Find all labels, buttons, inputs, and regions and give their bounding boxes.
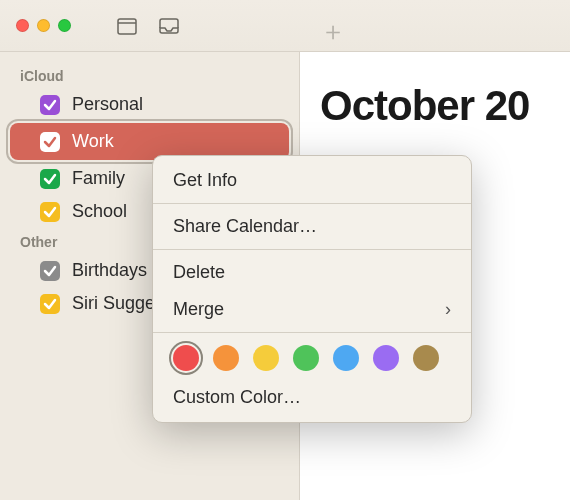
color-swatch[interactable]: [213, 345, 239, 371]
context-menu: Get Info Share Calendar… Delete Merge › …: [152, 155, 472, 423]
sidebar-item-label: Work: [72, 131, 114, 152]
sidebar-item-label: Personal: [72, 94, 143, 115]
calendar-view-button[interactable]: [109, 12, 145, 40]
add-event-button[interactable]: ＋: [320, 14, 346, 49]
titlebar: [0, 0, 570, 52]
sidebar-item-label: School: [72, 201, 127, 222]
menu-item-label: Delete: [173, 262, 225, 283]
close-window-button[interactable]: [16, 19, 29, 32]
menu-item-label: Merge: [173, 299, 224, 320]
color-swatch[interactable]: [293, 345, 319, 371]
menu-separator: [153, 249, 471, 250]
color-swatch[interactable]: [413, 345, 439, 371]
svg-rect-0: [118, 19, 136, 34]
color-swatch[interactable]: [173, 345, 199, 371]
menu-item-merge[interactable]: Merge ›: [153, 291, 471, 328]
menu-item-get-info[interactable]: Get Info: [153, 162, 471, 199]
menu-separator: [153, 332, 471, 333]
color-swatch[interactable]: [333, 345, 359, 371]
menu-item-share-calendar[interactable]: Share Calendar…: [153, 208, 471, 245]
menu-item-label: Custom Color…: [173, 387, 301, 408]
sidebar-item[interactable]: Personal: [0, 88, 299, 121]
chevron-right-icon: ›: [445, 299, 451, 320]
menu-item-custom-color[interactable]: Custom Color…: [153, 379, 471, 416]
window-controls: [16, 19, 71, 32]
checkbox[interactable]: [40, 294, 60, 314]
color-swatch[interactable]: [253, 345, 279, 371]
color-swatches: [153, 337, 471, 379]
checkbox[interactable]: [40, 95, 60, 115]
checkbox[interactable]: [40, 169, 60, 189]
sidebar-item-label: Family: [72, 168, 125, 189]
checkbox[interactable]: [40, 132, 60, 152]
menu-item-delete[interactable]: Delete: [153, 254, 471, 291]
checkbox[interactable]: [40, 202, 60, 222]
section-header: iCloud: [0, 62, 299, 88]
menu-separator: [153, 203, 471, 204]
minimize-window-button[interactable]: [37, 19, 50, 32]
menu-item-label: Get Info: [173, 170, 237, 191]
month-title: October 20: [320, 82, 550, 130]
checkbox[interactable]: [40, 261, 60, 281]
color-swatch[interactable]: [373, 345, 399, 371]
sidebar-item-label: Birthdays: [72, 260, 147, 281]
menu-item-label: Share Calendar…: [173, 216, 317, 237]
zoom-window-button[interactable]: [58, 19, 71, 32]
inbox-button[interactable]: [151, 12, 187, 40]
